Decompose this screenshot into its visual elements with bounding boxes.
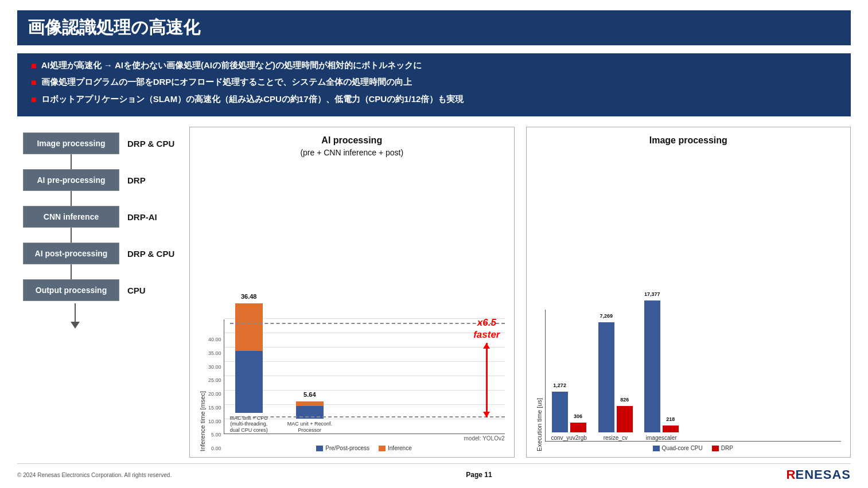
y-tick-0: 0.00 (211, 446, 221, 451)
img-bar-conv-cpu (552, 392, 568, 432)
img-bar-resize-drp (617, 406, 633, 432)
flow-box-image-processing: Image processing (23, 132, 119, 154)
flow-diagram: Image processing DRP & CPU AI pre-proces… (17, 127, 184, 458)
bullet-icon-3: ■ (31, 93, 37, 106)
red-arrow-line (486, 343, 488, 417)
img-bar-conv-cpu-wrapper: 1,272 (552, 392, 568, 432)
y-tick-35: 35.00 (208, 350, 221, 356)
legend-pre-post-color (316, 446, 323, 451)
main-content: Image processing DRP & CPU AI pre-proces… (17, 127, 851, 458)
img-val-img-drp: 218 (666, 416, 675, 422)
img-chart-container: Image processing Execution time [us] (526, 127, 851, 458)
ai-chart-legend: Pre/Post-process Inference (224, 445, 505, 451)
img-val-resize-drp: 826 (620, 397, 629, 403)
y-tick-20: 20.00 (208, 391, 221, 397)
img-group-imagescaler: 17,377 218 imagescaler (644, 300, 679, 441)
footer-page: Page 11 (466, 471, 492, 479)
img-val-conv-drp: 306 (574, 413, 582, 419)
dashed-line-bottom (230, 416, 505, 417)
img-bar-resize-drp-wrapper: 826 (617, 406, 633, 432)
flow-box-output: Output processing (23, 279, 119, 301)
img-group-conv: 1,272 306 conv_yuv2rgb (551, 392, 587, 441)
img-group-resize: 7,269 826 resize_cv (598, 322, 633, 441)
faster-label: x6.5faster (473, 317, 500, 341)
flow-tag-2: DRP (127, 175, 146, 185)
legend-quad-cpu: Quad-core CPU (653, 445, 703, 451)
legend-drp: DRP (712, 445, 733, 451)
flow-tag-3: DRP-AI (127, 212, 157, 222)
img-val-conv-cpu: 1,272 (553, 382, 566, 388)
y-tick-5: 5.00 (211, 432, 221, 438)
img-bar-img-drp-wrapper: 218 (663, 425, 679, 432)
title-bar: 画像認識処理の高速化 (17, 10, 851, 45)
bullet-icon-2: ■ (31, 76, 37, 89)
bullet-text-3: ロボットアプリケーション（SLAM）の高速化（組み込みCPUの約17倍）、低電力… (41, 93, 464, 105)
flow-box-cnn: CNN inference (23, 206, 119, 228)
flow-final-arrow (71, 303, 80, 329)
bars-row: 36.48 MAC unit + CPU(multi-threading,dua… (224, 319, 505, 434)
ai-chart-title: AI processing (199, 135, 505, 146)
flow-connector-3 (71, 228, 72, 243)
renesas-brand: ENESAS (796, 467, 851, 482)
bar-chart-area: 36.48 MAC unit + CPU(multi-threading,dua… (224, 319, 505, 451)
flow-row-2: AI pre-processing DRP (23, 169, 146, 191)
img-xlabel-resize: resize_cv (604, 435, 628, 441)
flow-tag-1: DRP & CPU (127, 139, 174, 149)
flow-connector-1 (71, 154, 72, 169)
legend-inference: Inference (379, 445, 412, 451)
flow-row-5: Output processing CPU (23, 279, 146, 301)
img-chart-legend: Quad-core CPU DRP (545, 445, 842, 451)
y-tick-40: 40.00 (208, 337, 221, 342)
bar1-blue (235, 351, 263, 413)
bullet-icon-1: ■ (31, 60, 37, 72)
legend-quad-cpu-label: Quad-core CPU (662, 445, 703, 451)
ai-chart-subtitle: (pre + CNN inference + post) (199, 148, 505, 157)
y-tick-30: 30.00 (208, 364, 221, 370)
legend-inference-label: Inference (388, 445, 412, 451)
ai-chart-inner: Inference time [msec] 40.00 35.00 30.00 … (199, 162, 505, 451)
bar1-xlabel: MAC unit + CPU(multi-threading,dual CPU … (230, 415, 268, 434)
flow-row-1: Image processing DRP & CPU (23, 132, 174, 154)
flow-connector-2 (71, 191, 72, 206)
img-bar-img-cpu-wrapper: 17,377 (644, 300, 660, 432)
y-tick-15: 15.00 (208, 405, 221, 411)
bar1-orange (235, 303, 263, 351)
img-chart-title: Image processing (536, 135, 842, 146)
red-arrow-up (483, 343, 490, 349)
img-pair-imagescaler: 17,377 218 (644, 300, 679, 432)
img-bar-conv-drp (570, 423, 586, 432)
bar-group-2: 5.64 MAC unit + Reconf. Processor (284, 401, 336, 434)
ai-y-axis: 40.00 35.00 30.00 25.00 20.00 15.00 10.0… (208, 337, 221, 451)
ai-chart-container: AI processing (pre + CNN inference + pos… (189, 127, 515, 458)
bullet-item-3: ■ ロボットアプリケーション（SLAM）の高速化（組み込みCPUの約17倍）、低… (31, 93, 837, 106)
legend-quad-cpu-color (653, 446, 660, 451)
y-tick-10: 10.00 (208, 419, 221, 424)
footer: © 2024 Renesas Electronics Corporation. … (17, 463, 851, 482)
img-pair-conv: 1,272 306 (552, 392, 586, 432)
ai-y-axis-label: Inference time [msec] (199, 391, 206, 451)
img-chart-inner: Execution time [us] 1,272 (536, 148, 842, 451)
charts-area: AI processing (pre + CNN inference + pos… (184, 127, 851, 458)
legend-pre-post-label: Pre/Post-process (325, 445, 369, 451)
bar2-value: 5.64 (296, 391, 324, 398)
legend-drp-color (712, 446, 719, 451)
y-tick-25: 25.00 (208, 377, 221, 383)
legend-inference-color (379, 446, 386, 451)
img-bar-resize-cpu-wrapper: 7,269 (598, 322, 614, 432)
legend-drp-label: DRP (721, 445, 733, 451)
bullet-text-2: 画像処理プログラムの一部をDRPにオフロード処理することで、システム全体の処理時… (41, 76, 412, 88)
legend-pre-post: Pre/Post-process (316, 445, 369, 451)
flow-row-4: AI post-processing DRP & CPU (23, 243, 174, 264)
img-chart-wrapper: Execution time [us] 1,272 (536, 148, 842, 451)
img-bar-img-drp (663, 425, 679, 432)
flow-connector-4 (71, 264, 72, 279)
flow-tag-5: CPU (127, 286, 146, 295)
renesas-r-icon: R (787, 467, 796, 482)
img-pair-resize: 7,269 826 (598, 322, 633, 432)
bullet-text-1: AI処理が高速化 → AIを使わない画像処理(AIの前後処理など)の処理時間が相… (41, 59, 422, 71)
img-val-resize-cpu: 7,269 (600, 313, 613, 319)
page-title: 画像認識処理の高速化 (28, 16, 840, 40)
model-label: model: YOLOv2 (224, 435, 505, 442)
faster-annotation: x6.5faster (473, 317, 500, 417)
flow-tag-4: DRP & CPU (127, 249, 174, 259)
